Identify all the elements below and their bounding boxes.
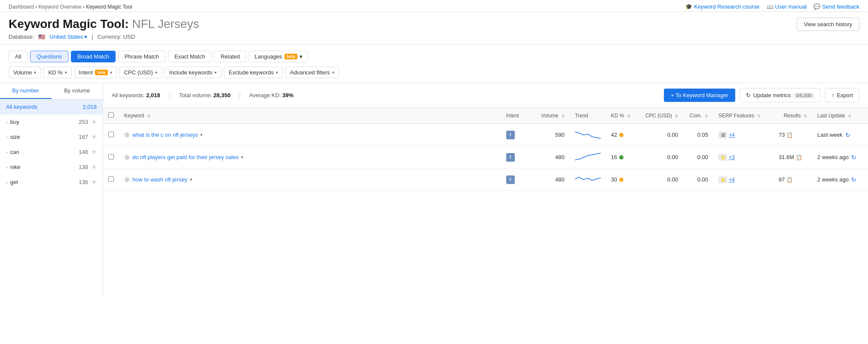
row-checkbox[interactable]: [108, 176, 114, 182]
keyword-link[interactable]: do nfl players get paid for their jersey…: [132, 154, 238, 160]
keyword-cell: ⊕ what is the c on nfl jerseys ▾: [119, 124, 501, 146]
serp-more-link[interactable]: +3: [729, 154, 735, 160]
eye-icon: 👁: [92, 149, 97, 155]
chevron-down-icon[interactable]: ▾: [200, 132, 202, 137]
copy-icon: 📋: [796, 154, 802, 160]
export-button[interactable]: ↑ Export: [825, 88, 859, 102]
results-cell: 73 📋: [773, 124, 812, 146]
row-checkbox-cell: [103, 169, 119, 191]
kd-filter[interactable]: KD % ▾: [43, 67, 71, 78]
keywords-table: Keyword ⇅ Intent Volume ⇅ Trend: [103, 108, 868, 191]
refresh-icon[interactable]: ↻: [851, 176, 856, 183]
breadcrumb-keyword-overview[interactable]: Keyword Overview: [38, 4, 81, 10]
user-manual-link[interactable]: 📖 User manual: [767, 3, 807, 10]
view-history-button[interactable]: View search history: [797, 18, 859, 31]
sidebar-tab-by-number[interactable]: By number: [0, 83, 52, 99]
copy-icon: 📋: [786, 177, 793, 183]
chevron-down-icon[interactable]: ▾: [190, 177, 192, 182]
header-keyword[interactable]: Keyword ⇅: [119, 108, 501, 124]
exclude-keywords-filter[interactable]: Exclude keywords ▾: [224, 67, 283, 78]
cpc-filter[interactable]: CPC (USD) ▾: [119, 67, 162, 78]
update-metrics-button[interactable]: ↻ Update metrics 0/5,000: [740, 88, 821, 102]
trend-chart: [575, 174, 601, 184]
sidebar-item-all-keywords[interactable]: All keywords 2,018: [0, 99, 103, 114]
intent-badge: I: [506, 153, 515, 162]
header-results[interactable]: Results ⇅: [773, 108, 812, 124]
sidebar-item-nike[interactable]: › nike 138 👁: [0, 160, 103, 175]
add-keyword-icon[interactable]: ⊕: [124, 131, 130, 139]
row-checkbox[interactable]: [108, 132, 114, 137]
add-keyword-icon[interactable]: ⊕: [124, 153, 130, 161]
chevron-down-icon: ▾: [214, 70, 217, 75]
sort-icon: ⇅: [627, 114, 630, 118]
chevron-down-icon[interactable]: ▾: [241, 155, 243, 160]
title-row: Keyword Magic Tool: NFL Jerseys View sea…: [9, 17, 859, 31]
advanced-filters[interactable]: Advanced filters ▾: [285, 67, 339, 78]
tab-broad-match[interactable]: Broad Match: [71, 51, 116, 62]
header-volume[interactable]: Volume ⇅: [531, 108, 570, 124]
chevron-right-icon: ›: [6, 135, 8, 140]
sort-icon: ⇅: [848, 114, 851, 118]
header-serp[interactable]: SERP Features ⇅: [713, 108, 773, 124]
header-cpc[interactable]: CPC (USD) ⇅: [640, 108, 683, 124]
chevron-down-icon: ▾: [110, 70, 112, 75]
intent-cell: I: [501, 169, 531, 191]
kd-indicator: [619, 133, 623, 137]
keyword-link[interactable]: what is the c on nfl jerseys: [132, 132, 198, 138]
keyword-research-course-link[interactable]: 🎓 Keyword Research course: [685, 3, 759, 10]
refresh-icon[interactable]: ↻: [845, 132, 850, 138]
sidebar-item-buy[interactable]: › buy 253 👁: [0, 114, 103, 129]
header-intent[interactable]: Intent: [501, 108, 531, 124]
tab-questions[interactable]: Questions: [30, 51, 68, 62]
header-kd[interactable]: KD % ⇅: [606, 108, 640, 124]
sidebar-item-size[interactable]: › size 167 👁: [0, 129, 103, 144]
serp-cell: 🖼 +4: [713, 124, 773, 146]
select-all-checkbox[interactable]: [108, 112, 114, 118]
include-keywords-filter[interactable]: Include keywords ▾: [165, 67, 221, 78]
serp-more-link[interactable]: +4: [729, 132, 735, 138]
tab-exact-match[interactable]: Exact Match: [168, 51, 212, 62]
header-last-update[interactable]: Last Update ⇅: [812, 108, 868, 124]
intent-filter[interactable]: Intent new ▾: [74, 67, 117, 78]
volume-filter[interactable]: Volume ▾: [9, 67, 41, 78]
row-checkbox[interactable]: [108, 154, 114, 160]
serp-star-icon: ⭐: [718, 154, 727, 161]
volume-cell: 590: [531, 124, 570, 146]
header-com[interactable]: Com. ⇅: [683, 108, 713, 124]
sort-icon: ⇅: [561, 114, 565, 118]
tab-related[interactable]: Related: [214, 51, 246, 62]
database-link[interactable]: United States ▾: [49, 34, 87, 40]
languages-button[interactable]: Languages beta ▾: [249, 51, 308, 62]
keyword-cell: ⊕ how to wash nfl jersey ▾: [119, 169, 501, 191]
kd-cell: 42: [606, 124, 640, 146]
chevron-right-icon: ›: [6, 180, 8, 185]
refresh-icon: ↻: [746, 92, 751, 98]
content-area: By number By volume All keywords 2,018 ›…: [0, 83, 868, 298]
keyword-manager-button[interactable]: + To Keyword Manager: [664, 89, 735, 102]
chevron-down-icon: ▾: [84, 34, 87, 40]
add-keyword-icon[interactable]: ⊕: [124, 175, 130, 184]
refresh-icon[interactable]: ↻: [851, 154, 856, 161]
top-bar: Dashboard › Keyword Overview › Keyword M…: [0, 0, 868, 12]
comment-icon: 💬: [813, 3, 820, 10]
sort-icon: ⇅: [804, 114, 807, 118]
send-feedback-link[interactable]: 💬 Send feedback: [813, 3, 859, 10]
tab-all[interactable]: All: [9, 51, 28, 62]
kd-indicator: [619, 178, 623, 182]
main-content: All keywords: 2,018 | Total volume: 28,3…: [103, 83, 868, 298]
sidebar-item-get[interactable]: › get 136 👁: [0, 175, 103, 190]
header-trend[interactable]: Trend: [570, 108, 606, 124]
serp-more-link[interactable]: +4: [729, 177, 735, 183]
all-keywords-stat: All keywords: 2,018: [112, 92, 160, 98]
keyword-cell: ⊕ do nfl players get paid for their jers…: [119, 146, 501, 169]
table-container: Keyword ⇅ Intent Volume ⇅ Trend: [103, 108, 868, 191]
sidebar-item-can[interactable]: › can 148 👁: [0, 144, 103, 160]
sidebar-tab-by-volume[interactable]: By volume: [52, 83, 103, 99]
row-checkbox-cell: [103, 146, 119, 169]
breadcrumb-dashboard[interactable]: Dashboard: [9, 4, 34, 10]
sidebar: By number By volume All keywords 2,018 ›…: [0, 83, 103, 298]
tab-phrase-match[interactable]: Phrase Match: [118, 51, 165, 62]
top-links: 🎓 Keyword Research course 📖 User manual …: [685, 3, 859, 10]
filter-row-2: Volume ▾ KD % ▾ Intent new ▾ CPC (USD) ▾…: [9, 67, 859, 78]
keyword-link[interactable]: how to wash nfl jersey: [132, 176, 187, 183]
